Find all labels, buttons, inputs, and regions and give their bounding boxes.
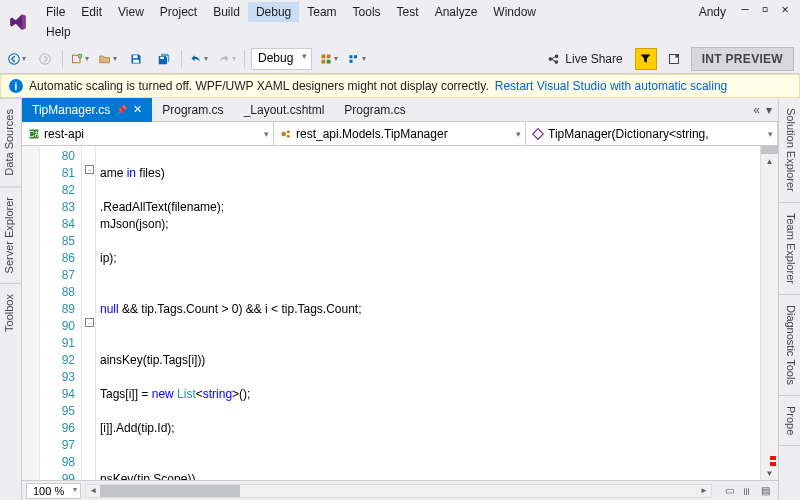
editor-area: TipManager.cs 📌 ✕ Program.cs _Layout.csh… [22, 98, 778, 500]
outlining-margin[interactable]: - - [82, 146, 96, 480]
svg-rect-21 [533, 128, 544, 139]
tab-overflow: « ▾ [747, 103, 778, 117]
notifications-button[interactable] [663, 48, 685, 70]
live-share-button[interactable]: Live Share [541, 50, 628, 68]
scroll-left[interactable]: ◄ [86, 485, 100, 497]
svg-rect-10 [327, 59, 331, 63]
diagnostic-tools-tab[interactable]: Diagnostic Tools [779, 295, 800, 396]
close-button[interactable]: ✕ [778, 2, 792, 16]
separator [62, 50, 63, 68]
doc-tab-layout[interactable]: _Layout.cshtml [234, 98, 335, 122]
tab-label: _Layout.cshtml [244, 103, 325, 117]
minimize-button[interactable]: — [738, 2, 752, 16]
splitter-grip[interactable] [761, 146, 778, 154]
server-explorer-tab[interactable]: Server Explorer [0, 186, 21, 283]
pin-icon[interactable]: 📌 [116, 105, 127, 115]
toolbox-tab[interactable]: Toolbox [0, 283, 21, 342]
config-combo[interactable]: Debug [251, 48, 312, 70]
svg-rect-13 [350, 59, 353, 62]
start-button[interactable] [346, 48, 368, 70]
scroll-tabs-left[interactable]: « [753, 103, 760, 117]
svg-point-19 [287, 130, 290, 133]
menu-debug[interactable]: Debug [248, 2, 299, 22]
nav-project-label: rest-api [44, 127, 84, 141]
svg-rect-9 [322, 59, 326, 63]
menu-project[interactable]: Project [152, 2, 205, 22]
window-controls: — ▫ ✕ [734, 2, 796, 22]
zoom-combo[interactable]: 100 % [26, 483, 81, 499]
horizontal-scrollbar[interactable]: ◄ ► [85, 484, 712, 498]
data-sources-tab[interactable]: Data Sources [0, 98, 21, 186]
track-changes-button[interactable]: ▭ [722, 484, 736, 498]
info-bar: i Automatic scaling is turned off. WPF/U… [0, 74, 800, 98]
indicator-margin[interactable] [22, 146, 40, 480]
tab-list-button[interactable]: ▾ [766, 103, 772, 117]
svg-point-1 [40, 53, 51, 64]
doc-tab-program1[interactable]: Program.cs [152, 98, 233, 122]
workspace: Data Sources Server Explorer Toolbox Tip… [0, 98, 800, 500]
left-tool-well: Data Sources Server Explorer Toolbox [0, 98, 22, 500]
menu-test[interactable]: Test [389, 2, 427, 22]
scroll-up[interactable]: ▲ [761, 154, 778, 168]
menu-team[interactable]: Team [299, 2, 344, 22]
error-marker[interactable] [770, 456, 776, 460]
scroll-thumb[interactable] [100, 485, 240, 497]
vs-logo[interactable] [4, 8, 32, 36]
open-button[interactable] [97, 48, 119, 70]
nav-class[interactable]: rest_api.Models.TipManager [274, 122, 526, 145]
redo-button[interactable] [216, 48, 238, 70]
maximize-button[interactable]: ▫ [758, 2, 772, 16]
forward-button[interactable] [34, 48, 56, 70]
menu-file[interactable]: File [38, 2, 73, 22]
separator [244, 50, 245, 68]
menu-build[interactable]: Build [205, 2, 248, 22]
save-all-button[interactable] [153, 48, 175, 70]
back-button[interactable] [6, 48, 28, 70]
undo-button[interactable] [188, 48, 210, 70]
nav-member[interactable]: TipManager(Dictionary<string, [526, 122, 778, 145]
doc-tab-tipmanager[interactable]: TipManager.cs 📌 ✕ [22, 98, 152, 122]
new-project-button[interactable] [69, 48, 91, 70]
tab-label: Program.cs [162, 103, 223, 117]
doc-tab-program2[interactable]: Program.cs [334, 98, 415, 122]
svg-rect-4 [133, 55, 138, 58]
outline-toggle[interactable]: - [85, 318, 94, 327]
scroll-right[interactable]: ► [697, 485, 711, 497]
split-button[interactable]: ⫼ [740, 484, 754, 498]
properties-tab[interactable]: Prope [779, 396, 800, 446]
code-editor[interactable]: ame in files) .ReadAllText(filename);mJs… [96, 146, 760, 480]
nav-project[interactable]: C# rest-api [22, 122, 274, 145]
close-tab-icon[interactable]: ✕ [133, 103, 142, 116]
svg-point-20 [287, 134, 290, 137]
menu-edit[interactable]: Edit [73, 2, 110, 22]
menu-help[interactable]: Help [38, 22, 796, 42]
nav-member-label: TipManager(Dictionary<string, [548, 127, 709, 141]
menu-items: File Edit View Project Build Debug Team … [38, 2, 796, 42]
tab-label: Program.cs [344, 103, 405, 117]
menu-analyze[interactable]: Analyze [427, 2, 486, 22]
svg-rect-12 [354, 55, 357, 58]
code-area: 8081828384858687888990919293949596979899… [22, 146, 778, 480]
vertical-scrollbar[interactable]: ▲ ▼ [760, 146, 778, 480]
info-text: Automatic scaling is turned off. WPF/UWP… [29, 79, 489, 93]
outline-toggle[interactable]: - [85, 165, 94, 174]
error-marker[interactable] [770, 462, 776, 466]
navigation-bar: C# rest-api rest_api.Models.TipManager T… [22, 122, 778, 146]
line-numbers: 8081828384858687888990919293949596979899 [40, 146, 82, 480]
save-button[interactable] [125, 48, 147, 70]
document-tabs: TipManager.cs 📌 ✕ Program.cs _Layout.csh… [22, 98, 778, 122]
menu-window[interactable]: Window [485, 2, 544, 22]
extensions-button[interactable] [318, 48, 340, 70]
options-button[interactable]: ▤ [758, 484, 772, 498]
scroll-down[interactable]: ▼ [761, 466, 778, 480]
menu-tools[interactable]: Tools [345, 2, 389, 22]
menu-view[interactable]: View [110, 2, 152, 22]
preview-button[interactable]: INT PREVIEW [691, 47, 794, 71]
svg-rect-7 [322, 54, 326, 58]
filter-button[interactable] [635, 48, 657, 70]
info-link[interactable]: Restart Visual Studio with automatic sca… [495, 79, 728, 93]
account-label[interactable]: Andy [691, 2, 734, 22]
method-icon [532, 128, 544, 140]
solution-explorer-tab[interactable]: Solution Explorer [779, 98, 800, 203]
team-explorer-tab[interactable]: Team Explorer [779, 203, 800, 295]
